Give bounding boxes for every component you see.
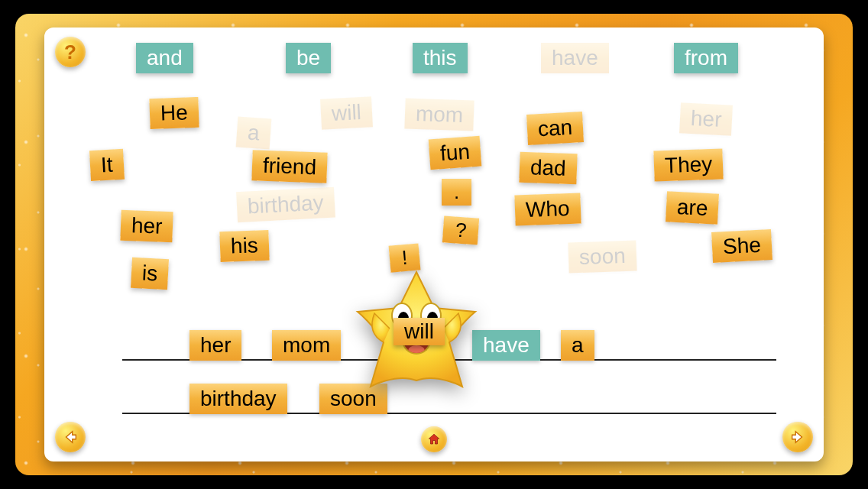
word-tile-birthday-11[interactable]: birthday <box>236 187 335 223</box>
word-tile-his-16[interactable]: his <box>219 230 269 262</box>
prev-arrow-icon <box>62 429 79 445</box>
help-icon: ? <box>64 40 76 64</box>
help-button[interactable]: ? <box>55 37 86 67</box>
word-tile-are-14[interactable]: are <box>666 191 719 225</box>
held-word-tile[interactable]: will <box>394 318 445 345</box>
target-word-tile-this[interactable]: this <box>413 43 468 73</box>
word-tile-Who-13[interactable]: Who <box>514 193 581 226</box>
target-word-tile-and[interactable]: and <box>136 43 193 73</box>
word-tile-She-19[interactable]: She <box>711 229 772 263</box>
word-tile-fun-8[interactable]: fun <box>429 136 482 170</box>
whiteboard <box>44 28 824 461</box>
home-icon <box>427 432 441 446</box>
word-tile-They-10[interactable]: They <box>653 148 724 181</box>
word-tile-friend-7[interactable]: friend <box>251 150 327 183</box>
target-word-tile-be[interactable]: be <box>286 43 331 73</box>
word-tile-punct-17[interactable]: ? <box>442 215 480 244</box>
target-word-tile-have[interactable]: have <box>541 43 609 73</box>
word-tile-punct-12[interactable]: . <box>442 179 471 206</box>
word-tile-dad-9[interactable]: dad <box>519 152 577 185</box>
next-arrow-icon <box>789 429 806 445</box>
word-tile-will-2[interactable]: will <box>320 96 373 129</box>
word-tile-is-20[interactable]: is <box>131 257 169 290</box>
prev-button[interactable] <box>55 422 86 452</box>
sentence-tile-birthday-4[interactable]: birthday <box>189 384 287 414</box>
word-tile-her-5[interactable]: her <box>679 102 733 136</box>
sentence-tile-have-2[interactable]: have <box>472 330 540 361</box>
word-tile-mom-3[interactable]: mom <box>404 98 474 131</box>
word-tile-soon-18[interactable]: soon <box>568 240 636 273</box>
next-button[interactable] <box>782 422 813 452</box>
sentence-tile-a-3[interactable]: a <box>561 330 594 361</box>
sentence-tile-her-0[interactable]: her <box>189 330 241 361</box>
game-frame: ? andbethishavefrom HeawillmomcanherItfr… <box>15 14 853 475</box>
word-tile-can-4[interactable]: can <box>526 112 584 145</box>
target-word-tile-from[interactable]: from <box>674 43 738 73</box>
word-tile-It-6[interactable]: It <box>89 149 125 181</box>
sentence-tile-mom-1[interactable]: mom <box>272 330 341 361</box>
home-button[interactable] <box>421 426 447 452</box>
word-tile-a-1[interactable]: a <box>236 117 271 150</box>
word-tile-her-15[interactable]: her <box>120 210 173 242</box>
word-tile-He-0[interactable]: He <box>149 97 199 129</box>
